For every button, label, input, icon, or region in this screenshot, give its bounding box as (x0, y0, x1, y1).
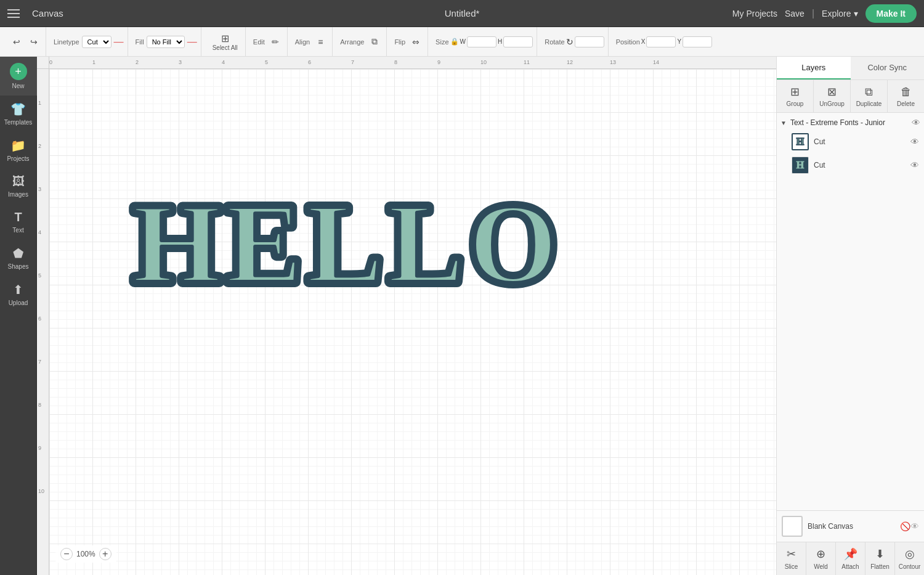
size-group: Size 🔒 W H (432, 27, 537, 56)
arrange-label: Arrange (340, 38, 364, 46)
tab-color-sync[interactable]: Color Sync (851, 57, 925, 80)
align-button[interactable]: ≡ (312, 34, 328, 50)
layer-item-1[interactable]: H Cut 👁 (777, 130, 924, 153)
layer-name-1: Cut (814, 137, 906, 146)
sidebar-item-templates[interactable]: 👕 Templates (0, 96, 37, 132)
divider: | (812, 8, 814, 19)
panel-group-actions: ⊞ Group ⊠ UnGroup ⧉ Duplicate 🗑 Delete (777, 80, 924, 113)
sidebar-text-label: Text (12, 227, 23, 234)
edit-group: Edit ✏ (249, 27, 288, 56)
position-group: Position X Y (612, 27, 716, 56)
fill-label: Fill (136, 38, 144, 46)
blank-canvas-eye-icon[interactable]: 🚫👁 (900, 521, 919, 531)
y-label: Y (677, 38, 681, 45)
attach-button[interactable]: 📌 Attach (836, 542, 865, 575)
edit-button[interactable]: ✏ (267, 34, 283, 50)
layer-name-2: Cut (814, 161, 906, 169)
duplicate-label: Duplicate (856, 100, 882, 107)
sidebar: + New 👕 Templates 📁 Projects 🖼 Images T … (0, 57, 37, 575)
weld-button[interactable]: ⊕ Weld (806, 542, 836, 575)
align-group: Align ≡ (291, 27, 333, 56)
rotate-input[interactable] (575, 36, 604, 47)
linetype-select[interactable]: Cut (82, 36, 111, 48)
delete-icon: 🗑 (901, 86, 912, 99)
zoom-in-button[interactable]: + (99, 548, 111, 560)
ruler-horizontal: 0 1 2 3 4 5 6 7 8 9 10 11 12 13 14 (49, 57, 776, 69)
slice-icon: ✂ (787, 547, 796, 561)
slice-label: Slice (785, 563, 798, 570)
delete-button[interactable]: 🗑 Delete (888, 80, 924, 112)
hamburger-menu[interactable] (7, 9, 20, 18)
duplicate-button[interactable]: ⧉ Duplicate (851, 80, 888, 112)
contour-label: Contour (899, 563, 921, 570)
sidebar-item-text[interactable]: T Text (0, 204, 37, 240)
position-label: Position (616, 38, 640, 46)
ungroup-label: UnGroup (819, 100, 845, 107)
hello-svg: HELLO HELLO (123, 168, 634, 309)
select-all-button[interactable]: ⊞ Select All (209, 31, 241, 52)
fill-select[interactable]: No Fill (147, 36, 185, 48)
title: Untitled* (445, 8, 480, 18)
sidebar-images-label: Images (8, 191, 28, 198)
layer-group-label: Text - Extreme Fonts - Junior (790, 118, 908, 127)
hello-text-container[interactable]: HELLO HELLO (123, 168, 634, 312)
linetype-group: Linetype Cut — (50, 27, 128, 56)
x-input[interactable] (646, 36, 676, 47)
linetype-label: Linetype (54, 38, 79, 46)
layer-eye-icon-2[interactable]: 👁 (910, 160, 919, 170)
layer-item-2[interactable]: H Cut 👁 (777, 153, 924, 177)
explore-button[interactable]: Explore ▾ (822, 9, 857, 18)
lock-icon: 🔒 (450, 38, 459, 46)
height-input[interactable] (503, 36, 533, 47)
toolbar: ↩ ↪ Linetype Cut — Fill No Fill — ⊞ Sele… (0, 27, 924, 57)
svg-text:HELLO: HELLO (132, 180, 562, 306)
layer-group-eye-icon[interactable]: 👁 (912, 118, 920, 128)
sidebar-item-images[interactable]: 🖼 Images (0, 168, 37, 204)
contour-button[interactable]: ◎ Contour (895, 542, 924, 575)
rotate-label: Rotate (545, 38, 564, 46)
shapes-icon: ⬟ (13, 246, 23, 261)
flip-button[interactable]: ⇔ (408, 34, 424, 50)
save-button[interactable]: Save (785, 9, 804, 18)
sidebar-item-upload[interactable]: ⬆ Upload (0, 276, 37, 312)
ungroup-button[interactable]: ⊠ UnGroup (814, 80, 851, 112)
weld-icon: ⊕ (816, 547, 825, 561)
flatten-label: Flatten (870, 563, 890, 570)
select-all-group: ⊞ Select All (205, 27, 246, 56)
flatten-button[interactable]: ⬇ Flatten (865, 542, 895, 575)
undo-button[interactable]: ↩ (9, 34, 25, 50)
flip-label: Flip (394, 38, 405, 46)
sidebar-upload-label: Upload (9, 300, 28, 306)
flip-group: Flip ⇔ (391, 27, 428, 56)
attach-label: Attach (841, 563, 859, 570)
w-label: W (460, 38, 466, 45)
arrange-button[interactable]: ⧉ (367, 34, 383, 50)
zoom-level: 100% (76, 550, 95, 558)
zoom-controls: − 100% + (55, 545, 116, 563)
h-label: H (498, 38, 502, 45)
make-it-button[interactable]: Make It (865, 4, 917, 23)
select-all-label: Select All (213, 44, 238, 51)
my-projects-link[interactable]: My Projects (732, 9, 777, 18)
layer-group-header[interactable]: ▼ Text - Extreme Fonts - Junior 👁 (777, 115, 924, 130)
slice-button[interactable]: ✂ Slice (777, 542, 806, 575)
zoom-out-button[interactable]: − (60, 548, 73, 560)
blank-canvas-thumb (782, 516, 803, 537)
canvas-area[interactable]: 0 1 2 3 4 5 6 7 8 9 10 11 12 13 14 1 2 3 (37, 57, 776, 575)
canvas-grid[interactable]: HELLO HELLO (49, 69, 776, 575)
sidebar-item-shapes[interactable]: ⬟ Shapes (0, 240, 37, 276)
y-input[interactable] (683, 36, 712, 47)
layer-eye-icon-1[interactable]: 👁 (910, 137, 919, 147)
sidebar-item-new[interactable]: + New (0, 57, 37, 96)
layers-content: ▼ Text - Extreme Fonts - Junior 👁 H Cut … (777, 113, 924, 510)
tab-layers[interactable]: Layers (777, 57, 851, 80)
arrange-group: Arrange ⧉ (336, 27, 387, 56)
redo-button[interactable]: ↪ (26, 34, 42, 50)
fill-group: Fill No Fill — (132, 27, 201, 56)
blank-canvas-item: Blank Canvas 🚫👁 (777, 510, 924, 542)
sidebar-item-projects[interactable]: 📁 Projects (0, 132, 37, 168)
rotate-icon: ↻ (566, 37, 573, 47)
duplicate-icon: ⧉ (865, 86, 873, 99)
group-button[interactable]: ⊞ Group (777, 80, 814, 112)
width-input[interactable] (467, 36, 496, 47)
